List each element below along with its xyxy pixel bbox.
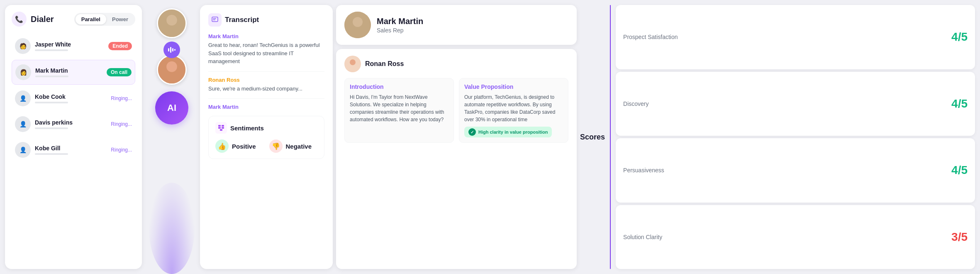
prospect-card: Ronan Ross Introduction Hi Davis, I'm Ta… bbox=[336, 49, 577, 269]
svg-rect-11 bbox=[213, 18, 216, 19]
score-value: 3/5 bbox=[951, 230, 968, 244]
sentiments-row: 👍 Positive 👎 Negative bbox=[215, 139, 317, 153]
transcript-speaker: Ronan Ross bbox=[208, 77, 324, 83]
contact-info: Jasper White bbox=[35, 41, 104, 51]
purple-splash bbox=[149, 183, 195, 274]
status-ringing: Ringing... bbox=[111, 147, 132, 153]
contact-bar bbox=[35, 49, 68, 51]
thumbs-up-icon: 👍 bbox=[215, 139, 229, 153]
phone-icon: 📞 bbox=[12, 12, 27, 27]
contact-info: Kobe Cook bbox=[35, 93, 107, 103]
ai-visualizer: AI bbox=[147, 0, 197, 274]
svg-rect-17 bbox=[220, 129, 222, 131]
scores-section: Scores Prospect Satisfaction 4/5 Discove… bbox=[580, 5, 975, 269]
score-title: Persuasiveness bbox=[623, 167, 664, 174]
transcript-panel: Transcript Mark Martin Great to hear, ro… bbox=[200, 5, 333, 269]
contact-bar bbox=[35, 127, 68, 129]
scores-label: Scores bbox=[580, 133, 605, 142]
caller-avatar-top bbox=[157, 8, 187, 38]
coaching-grid: Introduction Hi Davis, I'm Taylor from N… bbox=[344, 78, 568, 143]
transcript-entry-2: Mark Martin bbox=[208, 104, 324, 110]
sentiments-title: Sentiments bbox=[230, 125, 264, 132]
status-badge-ended: Ended bbox=[108, 42, 132, 50]
ai-badge: AI bbox=[155, 91, 188, 125]
agent-panel: Mark Martin Sales Rep Ronan Ross Introdu… bbox=[336, 5, 577, 269]
coaching-card-title: Introduction bbox=[350, 83, 449, 90]
svg-rect-15 bbox=[218, 127, 221, 129]
scores-label-col: Scores bbox=[580, 5, 608, 269]
tab-parallel[interactable]: Parallel bbox=[76, 14, 106, 24]
svg-point-1 bbox=[166, 15, 177, 26]
contact-name: Kobe Cook bbox=[35, 93, 107, 100]
contact-item[interactable]: 🧑 Jasper White Ended bbox=[12, 34, 135, 58]
svg-rect-4 bbox=[170, 47, 171, 53]
caller-avatar-bottom bbox=[157, 55, 187, 85]
dialer-header: 📞 Dialer Parallel Power bbox=[12, 12, 135, 27]
tab-power[interactable]: Power bbox=[106, 14, 134, 24]
tag-icon: ✓ bbox=[468, 128, 476, 136]
dialer-title: Dialer bbox=[31, 15, 54, 24]
sentiments-icon bbox=[215, 122, 227, 134]
negative-label: Negative bbox=[286, 143, 312, 150]
avatar: 👤 bbox=[15, 116, 31, 132]
coaching-card-text: Hi Davis, I'm Taylor from NextWave Solut… bbox=[350, 93, 449, 123]
svg-rect-10 bbox=[212, 17, 218, 22]
contact-item[interactable]: 👤 Kobe Gill Ringing... bbox=[12, 138, 135, 162]
contact-info: Davis perkins bbox=[35, 119, 107, 129]
prospect-name: Ronan Ross bbox=[365, 60, 404, 68]
sound-wave-icon bbox=[163, 42, 180, 58]
transcript-text: Great to hear, ronan! TechGenius is a po… bbox=[208, 41, 324, 66]
score-card-solution-clarity: Solution Clarity 3/5 bbox=[616, 205, 975, 269]
coaching-card-title: Value Proposition bbox=[464, 83, 563, 90]
contact-info: Kobe Gill bbox=[35, 145, 107, 155]
right-section: Mark Martin Sales Rep Ronan Ross Introdu… bbox=[336, 0, 980, 274]
contact-list: 🧑 Jasper White Ended 👩 Mark Martin On ca… bbox=[12, 34, 135, 162]
svg-rect-6 bbox=[174, 49, 176, 51]
prospect-header: Ronan Ross bbox=[344, 56, 568, 72]
contact-item-active[interactable]: 👩 Mark Martin On call bbox=[12, 60, 135, 85]
sentiments-panel: Sentiments 👍 Positive 👎 Negative bbox=[208, 116, 324, 159]
divider bbox=[208, 98, 324, 99]
score-value: 4/5 bbox=[951, 30, 968, 44]
sentiments-header: Sentiments bbox=[215, 122, 317, 134]
contact-item[interactable]: 👤 Kobe Cook Ringing... bbox=[12, 86, 135, 110]
agent-card: Mark Martin Sales Rep bbox=[336, 5, 577, 45]
svg-rect-3 bbox=[168, 48, 169, 51]
score-card-prospect-satisfaction: Prospect Satisfaction 4/5 bbox=[616, 5, 975, 69]
score-card-persuasiveness: Persuasiveness 4/5 bbox=[616, 138, 975, 203]
score-title: Solution Clarity bbox=[623, 234, 662, 240]
score-title: Prospect Satisfaction bbox=[623, 34, 678, 40]
svg-rect-13 bbox=[218, 125, 221, 127]
score-value: 4/5 bbox=[951, 97, 968, 110]
avatar: 👩 bbox=[15, 64, 31, 80]
transcript-entry-1: Ronan Ross Sure, we're a medium-sized co… bbox=[208, 77, 324, 93]
contact-name: Mark Martin bbox=[35, 67, 102, 74]
contact-item[interactable]: 👤 Davis perkins Ringing... bbox=[12, 112, 135, 136]
contact-bar bbox=[35, 153, 68, 155]
score-card-discovery: Discovery 4/5 bbox=[616, 72, 975, 136]
scores-cards: Prospect Satisfaction 4/5 Discovery 4/5 … bbox=[612, 5, 975, 269]
transcript-entry-0: Mark Martin Great to hear, ronan! TechGe… bbox=[208, 33, 324, 66]
contact-name: Jasper White bbox=[35, 41, 104, 48]
svg-rect-12 bbox=[213, 20, 215, 20]
positive-label: Positive bbox=[232, 143, 256, 150]
transcript-speaker: Mark Martin bbox=[208, 104, 324, 110]
status-ringing: Ringing... bbox=[111, 121, 132, 127]
contact-bar bbox=[35, 102, 68, 103]
avatar: 👤 bbox=[15, 142, 31, 158]
svg-point-22 bbox=[350, 59, 356, 65]
coaching-card-text: Our platform, TechGenius, is designed to… bbox=[464, 93, 563, 123]
score-value: 4/5 bbox=[951, 164, 968, 177]
thumbs-down-icon: 👎 bbox=[269, 139, 283, 153]
transcript-text: Sure, we're a medium-sized company... bbox=[208, 85, 324, 93]
transcript-speaker: Mark Martin bbox=[208, 33, 324, 39]
prospect-avatar bbox=[344, 56, 361, 72]
status-badge-oncall: On call bbox=[107, 68, 132, 76]
tab-group: Parallel Power bbox=[74, 13, 135, 26]
score-title: Discovery bbox=[623, 100, 648, 107]
agent-info: Mark Martin Sales Rep bbox=[377, 17, 423, 34]
contact-name: Kobe Gill bbox=[35, 145, 107, 152]
svg-point-19 bbox=[353, 17, 363, 27]
svg-rect-5 bbox=[172, 48, 173, 51]
agent-avatar bbox=[344, 12, 371, 38]
